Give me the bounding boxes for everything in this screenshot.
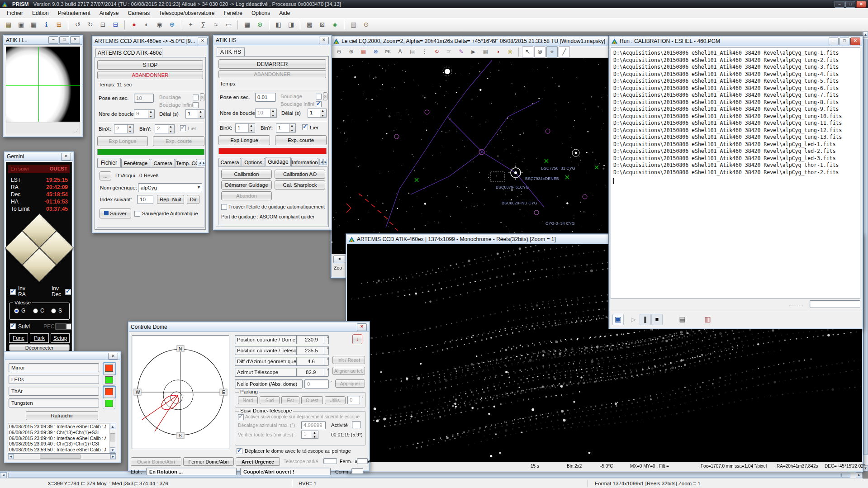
link-bin-checkbox[interactable] [302, 124, 308, 130]
print-log-icon[interactable]: ▥ [702, 314, 713, 325]
leds-toggle-button[interactable] [103, 374, 115, 386]
nloops-stepper[interactable]: 10 [255, 109, 277, 118]
park-custom-button[interactable]: Utilis. [325, 396, 346, 404]
calibration-ao-button[interactable]: Calibration AO [275, 170, 325, 179]
mdi-hscrollbar[interactable]: ◄ ► [0, 471, 863, 479]
app-close-button[interactable]: ✕ [856, 1, 866, 8]
tab-camera[interactable]: Camera [218, 158, 241, 167]
info-icon[interactable]: ℹ [41, 19, 52, 30]
abort-button[interactable]: ABANDONNER [218, 70, 326, 78]
run-console[interactable]: D:\Acquisitions\20150806 eShel101_Atik46… [611, 47, 860, 299]
inv-ra-checkbox[interactable] [10, 289, 16, 295]
apply-button[interactable]: Appliquer [335, 379, 365, 388]
scroll-thumb[interactable] [110, 433, 115, 441]
cal-sharplock-button[interactable]: Cal. Sharplock [275, 180, 325, 190]
speed-slew-radio[interactable] [51, 308, 56, 313]
close-icon[interactable]: ✕ [61, 153, 71, 161]
tab-scroll-right-icon[interactable]: ► [323, 159, 327, 165]
save-button[interactable]: Sauver [100, 208, 131, 218]
collapse-left-icon[interactable]: ◄ [333, 256, 345, 263]
open-dome-button[interactable]: Ouvrir Dome/Abri [131, 457, 181, 466]
match-icon[interactable]: ⊠ [317, 19, 328, 30]
stepper-arrows-icon[interactable] [320, 109, 326, 117]
save-icon[interactable]: ▣ [15, 19, 27, 30]
tab-scroll-right-icon[interactable]: ► [202, 160, 205, 166]
park-button[interactable]: Park [30, 333, 49, 343]
crosshair-icon[interactable]: + [185, 19, 196, 30]
tab-information[interactable]: Information [291, 158, 318, 167]
region-icon[interactable]: ▭ [223, 19, 234, 30]
binx-stepper[interactable]: 1 [235, 123, 255, 133]
long-exposure-button[interactable]: Exp Longue [97, 136, 148, 146]
measure-icon[interactable]: ╱ [559, 46, 570, 57]
grid-icon[interactable]: ▩ [304, 19, 315, 30]
scroll-right-icon[interactable]: ► [856, 472, 863, 478]
close-icon[interactable]: ✕ [198, 38, 208, 45]
camera-target-icon[interactable]: ◉ [154, 19, 165, 30]
dome-sync-button[interactable]: ↓ [352, 334, 362, 344]
biny-stepper[interactable]: 2 [155, 124, 175, 133]
generic-name-combo[interactable]: alpCyg ▼ [138, 183, 202, 192]
setup-button[interactable]: Setup [51, 333, 70, 343]
layers-icon[interactable]: ⊛ [254, 19, 266, 30]
camera-half-icon[interactable]: ◐ [141, 19, 152, 30]
resize-grip-icon[interactable]: ⋰ [74, 129, 78, 133]
scroll-thumb[interactable] [863, 39, 868, 455]
browse-button[interactable]: ... [100, 171, 111, 180]
tab-camera[interactable]: Camera [151, 159, 175, 168]
eshel-titlebar[interactable]: ✕ [5, 352, 120, 360]
menu-edition[interactable]: Edition [28, 9, 53, 18]
scroll-thumb[interactable] [40, 455, 81, 459]
menu-telescope-observatoire[interactable]: Telescope/observatoire [155, 9, 218, 18]
eshel-log[interactable]: 06/08/2015 23:09:39 : Interface eShel Ca… [8, 423, 116, 454]
stop-button[interactable]: STOP [97, 60, 203, 70]
observatory-icon[interactable]: ⊕ [166, 19, 178, 30]
start-guiding-button[interactable]: Démarrer Guidage [221, 180, 272, 190]
run-titlebar[interactable]: Run : CALIBRATION - ESHEL - 460.PGM – □ … [610, 37, 862, 46]
catalog-icon[interactable]: PK [382, 46, 394, 57]
run-script-icon[interactable]: ▷ [628, 314, 639, 325]
park-south-button[interactable]: Sud [260, 396, 280, 404]
tab-temp-ccd[interactable]: Temp. CCI [175, 159, 197, 168]
move-dome-checkbox[interactable] [237, 448, 242, 454]
planning-icon[interactable]: ⊞ [53, 19, 65, 30]
loop-infinite-checkbox[interactable] [316, 101, 322, 107]
close-icon[interactable]: ✕ [357, 323, 367, 331]
menu-cameras[interactable]: Caméras [123, 9, 154, 18]
atik-hs-titlebar[interactable]: ATIK HS ✕ [214, 36, 331, 45]
park-east-button[interactable]: Est [281, 396, 299, 404]
tab-atik-hs[interactable]: ATIK HS [217, 47, 245, 56]
menu-aide[interactable]: Aide [275, 9, 294, 18]
dome-icon[interactable]: ⊙ [360, 19, 372, 30]
scroll-right-icon[interactable]: ► [110, 454, 116, 459]
report-icon[interactable]: ▥ [348, 19, 359, 30]
biny-stepper[interactable]: 1 [276, 123, 296, 133]
dir-button[interactable]: Dir [187, 195, 199, 204]
gemini-titlebar[interactable]: Gemini ✕ [5, 152, 73, 161]
loop-checkbox[interactable] [316, 94, 322, 99]
open-icon[interactable]: ▤ [3, 19, 14, 30]
scroll-left-icon[interactable]: ◄ [0, 472, 7, 478]
autosave-checkbox[interactable] [134, 211, 140, 217]
reticle-icon[interactable]: ◎ [504, 46, 516, 57]
tab-guidage[interactable]: Guidage [266, 157, 291, 166]
tracking-enable-checkbox[interactable] [238, 414, 244, 420]
long-exposure-button[interactable]: Exp Longue [218, 135, 270, 145]
verify-interval-stepper[interactable]: 1 [301, 431, 318, 439]
scroll-up-icon[interactable]: ▲ [863, 32, 868, 38]
app-titlebar[interactable]: PRiSM Version 9.0.3 build 2717 27/07/201… [0, 0, 868, 8]
log-vscrollbar[interactable]: ▲ ▼ [109, 423, 116, 453]
cursor-icon[interactable]: ↖ [522, 46, 533, 57]
link-bin-checkbox[interactable] [180, 125, 186, 131]
refresh-button[interactable]: Rafraichir [26, 411, 98, 420]
rep-nuit-button[interactable]: Rep. Nuit [157, 195, 184, 204]
tab-scroll-left-icon[interactable]: ◄ [198, 160, 201, 166]
stepper-arrows-icon[interactable] [248, 124, 255, 132]
tungsten-toggle-button[interactable] [103, 398, 115, 409]
tab-scroll-left-icon[interactable]: ◄ [319, 159, 323, 165]
sum-icon[interactable]: ∑ [198, 19, 209, 30]
close-icon[interactable]: ✕ [70, 36, 80, 44]
loop-checkbox[interactable] [193, 95, 199, 100]
planet-icon[interactable]: ◑ [492, 46, 503, 57]
new-position-input[interactable]: 0 [304, 379, 329, 389]
